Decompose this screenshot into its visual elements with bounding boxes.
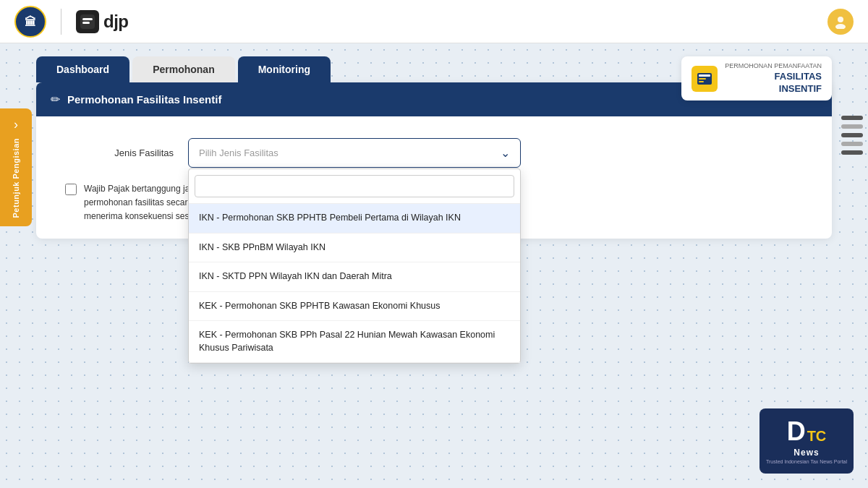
jenis-fasilitas-dropdown[interactable]: Pilih Jenis Fasilitas ⌄ <box>188 138 521 168</box>
sidebar-label: Petunjuk Pengisian <box>12 138 20 218</box>
tabs-section: Dashboard Permohonan Monitoring PERMOHON… <box>0 43 868 82</box>
user-avatar[interactable] <box>827 9 854 35</box>
dtc-tc-letters: TC <box>807 429 827 443</box>
petunjuk-sidebar[interactable]: › Petunjuk Pengisian <box>0 108 32 226</box>
svg-rect-8 <box>699 74 710 77</box>
dtc-news-badge[interactable]: D TC News Trusted Indonesian Tax News Po… <box>760 408 854 474</box>
main-card: ✏ Permohonan Fasilitas Insentif Jenis Fa… <box>36 82 832 239</box>
deco-bar-5 <box>841 150 863 155</box>
card-title: Permohonan Fasilitas Insentif <box>67 93 221 106</box>
facilities-badge-text: PERMOHONAN PEMANFAATAN FASILITAS INSENTI… <box>725 62 822 95</box>
tab-dashboard[interactable]: Dashboard <box>36 56 129 82</box>
facilities-badge: PERMOHONAN PEMANFAATAN FASILITAS INSENTI… <box>681 56 832 100</box>
card-body: Jenis Fasilitas Pilih Jenis Fasilitas ⌄ … <box>36 116 832 239</box>
tab-permohonan[interactable]: Permohonan <box>132 56 235 82</box>
facilities-big-label2: INSENTIF <box>725 83 822 95</box>
jenis-fasilitas-label: Jenis Fasilitas <box>58 147 174 158</box>
djp-icon <box>76 10 99 33</box>
dtc-logo: D TC <box>787 419 827 445</box>
facilities-small-label: PERMOHONAN PEMANFAATAN <box>725 62 822 71</box>
form-jenis-fasilitas-row: Jenis Fasilitas Pilih Jenis Fasilitas ⌄ … <box>58 138 810 168</box>
dropdown-item-3[interactable]: KEK - Permohonan SKB PPHTB Kawasan Ekono… <box>189 292 520 322</box>
logo-divider <box>61 9 61 35</box>
deco-bar-4 <box>841 142 863 146</box>
chevron-down-icon: ⌄ <box>501 146 510 160</box>
svg-rect-9 <box>699 78 706 80</box>
dropdown-search-area <box>189 169 520 204</box>
djp-logo: djp <box>76 10 129 33</box>
facilities-badge-icon <box>692 66 718 92</box>
svg-text:🏛: 🏛 <box>25 15 36 28</box>
logo-group: 🏛 djp <box>14 6 129 38</box>
dropdown-placeholder: Pilih Jenis Fasilitas <box>199 147 278 158</box>
government-logo-icon: 🏛 <box>14 6 46 38</box>
tab-monitoring[interactable]: Monitoring <box>238 56 331 82</box>
svg-rect-4 <box>82 22 90 24</box>
facilities-big-label: FASILITAS <box>725 71 822 83</box>
dtc-d-letter: D <box>787 419 806 445</box>
notice-checkbox[interactable] <box>65 184 77 195</box>
dropdown-search-input[interactable] <box>195 175 514 197</box>
tabs-bar: Dashboard Permohonan Monitoring PERMOHON… <box>0 43 868 82</box>
edit-icon: ✏ <box>51 93 60 106</box>
deco-bar-1 <box>841 116 863 120</box>
header: 🏛 djp <box>0 0 868 43</box>
svg-point-5 <box>838 17 843 22</box>
dtc-tagline: Trusted Indonesian Tax News Portal <box>766 459 847 464</box>
main-content: › Petunjuk Pengisian Dashboard Permohona… <box>0 43 868 488</box>
jenis-fasilitas-dropdown-wrapper: Pilih Jenis Fasilitas ⌄ IKN - Permohonan… <box>188 138 521 168</box>
deco-bar-2 <box>841 124 863 129</box>
dropdown-item-1[interactable]: IKN - SKB PPnBM Wilayah IKN <box>189 234 520 263</box>
dropdown-panel: IKN - Permohonan SKB PPHTB Pembeli Perta… <box>188 168 521 364</box>
dropdown-list: IKN - Permohonan SKB PPHTB Pembeli Perta… <box>189 204 520 363</box>
svg-point-6 <box>835 24 846 29</box>
dtc-news-label: News <box>793 448 819 458</box>
deco-bar-3 <box>841 133 863 137</box>
dropdown-item-0[interactable]: IKN - Permohonan SKB PPHTB Pembeli Perta… <box>189 204 520 234</box>
svg-rect-3 <box>82 18 93 20</box>
dropdown-item-4[interactable]: KEK - Permohonan SKB PPh Pasal 22 Hunian… <box>189 321 520 363</box>
sidebar-arrow-icon: › <box>14 117 18 132</box>
dropdown-item-2[interactable]: IKN - SKTD PPN Wilayah IKN dan Daerah Mi… <box>189 262 520 292</box>
djp-text: djp <box>103 12 129 32</box>
svg-rect-10 <box>699 81 704 82</box>
